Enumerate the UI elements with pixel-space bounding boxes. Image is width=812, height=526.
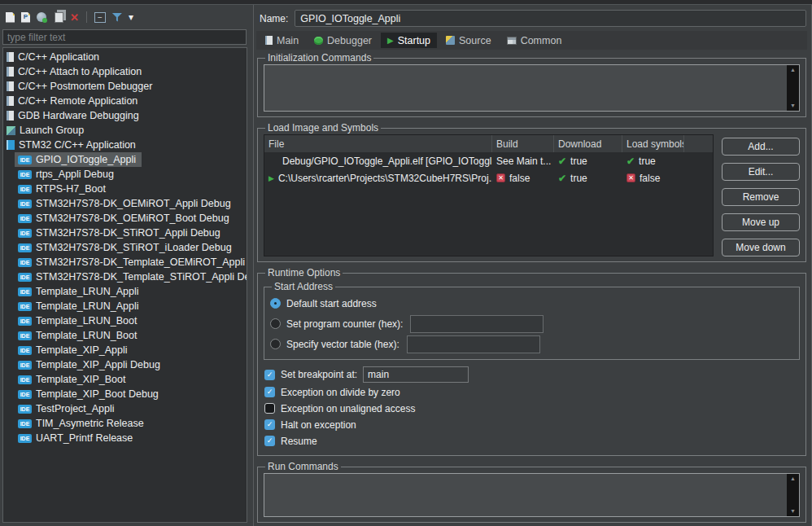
hex-value-input[interactable] — [410, 315, 544, 333]
tree-item[interactable]: IDESTM32H7S78-DK_OEMiROT_Boot Debug — [15, 211, 235, 226]
load-symbols-cell: ✕false — [622, 169, 684, 186]
filter-icon[interactable] — [112, 12, 122, 22]
tree-item[interactable]: IDESTM32H7S78-DK_Template_STiROT_Appli D… — [15, 270, 247, 284]
tab-source[interactable]: Source — [439, 33, 498, 48]
ide-icon: IDE — [18, 287, 32, 296]
tree-item-label: STM32H7S78-DK_STiROT_iLoader Debug — [36, 242, 232, 253]
scroll-down-icon[interactable]: ▼ — [790, 103, 796, 109]
load-symbols-cell: ✔true — [622, 152, 684, 169]
start-address-options: Default start addressSet program counter… — [270, 293, 793, 354]
tree-item[interactable]: IDETemplate_XIP_Appli Debug — [15, 357, 166, 372]
tree-item[interactable]: IDETestProject_Appli — [15, 401, 120, 416]
scroll-up-icon[interactable]: ▲ — [790, 67, 796, 73]
ide-icon: IDE — [18, 331, 32, 340]
table-row[interactable]: ▶C:\Users\rcarter\Projects\STM32CubeH7RS… — [264, 169, 713, 186]
export-launch-config-icon[interactable] — [37, 12, 46, 22]
scroll-up-icon[interactable]: ▲ — [790, 476, 796, 482]
tree-item[interactable]: IDESTM32H7S78-DK_STiROT_Appli Debug — [15, 226, 226, 240]
check-icon: ✔ — [558, 173, 566, 184]
tree-item[interactable]: IDETemplate_LRUN_Appli — [15, 284, 144, 299]
tree-item[interactable]: IDERTPS-H7_Boot — [15, 182, 111, 196]
tree-item[interactable]: IDEGPIO_IOToggle_Appli — [15, 152, 142, 167]
radio-button[interactable] — [270, 339, 281, 349]
checkbox-label: Exception on unaligned access — [281, 403, 415, 414]
tree-item[interactable]: IDEUART_Printf Release — [15, 431, 138, 445]
moveup-button[interactable]: Move up — [722, 213, 800, 231]
menu-caret-icon[interactable]: ▾ — [129, 11, 133, 23]
tree-item[interactable]: IDETemplate_LRUN_Boot — [15, 328, 142, 343]
column-header[interactable]: File — [264, 135, 492, 152]
collapse-all-icon[interactable]: − — [94, 12, 106, 23]
name-input[interactable] — [295, 10, 806, 27]
movedown-button[interactable]: Move down — [722, 239, 800, 256]
filter-input[interactable] — [2, 29, 247, 45]
checkbox[interactable]: ✓ — [264, 370, 275, 380]
column-header[interactable]: Download — [554, 135, 622, 152]
tab-debugger[interactable]: Debugger — [308, 33, 378, 48]
empty-cell — [684, 169, 692, 186]
tab-common[interactable]: Common — [500, 33, 569, 48]
tree-item[interactable]: IDETemplate_XIP_Boot Debug — [15, 387, 164, 401]
tree-item[interactable]: IDETemplate_XIP_Boot — [15, 372, 132, 387]
initialization-commands-textarea[interactable] — [264, 65, 787, 111]
checkbox[interactable] — [264, 403, 275, 414]
tree-item[interactable]: C/C++ Postmortem Debugger — [3, 79, 158, 94]
column-header-empty[interactable] — [684, 135, 713, 152]
tab-label: Source — [459, 35, 491, 46]
tree-item[interactable]: IDETemplate_LRUN_Boot — [15, 313, 142, 328]
vertical-scrollbar[interactable]: ▲ ▼ — [787, 65, 799, 111]
ide-icon: IDE — [18, 214, 32, 223]
tree-item[interactable]: C/C++ Application — [3, 50, 105, 64]
duplicate-icon[interactable] — [55, 12, 63, 23]
tree-item[interactable]: IDESTM32H7S78-DK_Template_OEMiROT_Appli … — [15, 255, 247, 270]
ide-icon: IDE — [18, 390, 32, 399]
vertical-scrollbar[interactable]: ▲ ▼ — [787, 474, 799, 516]
tree-item[interactable]: IDETemplate_XIP_Appli — [15, 343, 133, 357]
hex-value-input[interactable] — [407, 335, 540, 353]
build-cell: ✕false — [492, 169, 554, 186]
tab-main[interactable]: Main — [259, 33, 305, 48]
tree-item[interactable]: IDErtps_Appli Debug — [15, 167, 120, 182]
checkbox[interactable]: ✓ — [264, 436, 275, 446]
tree-item[interactable]: IDETemplate_LRUN_Appli — [15, 299, 144, 313]
run-commands-textarea[interactable] — [264, 474, 787, 516]
edit-button[interactable]: Edit... — [722, 163, 800, 181]
tree-item[interactable]: Launch Group — [3, 123, 89, 138]
new-prototype-icon[interactable]: P — [21, 12, 30, 23]
cfile-icon — [7, 52, 14, 62]
load-symbols-text: true — [639, 156, 656, 167]
tree-item[interactable]: IDESTM32H7S78-DK_STiROT_iLoader Debug — [15, 240, 238, 255]
config-detail-panel: Name: MainDebugger▶StartupSourceCommon I… — [253, 5, 812, 526]
table-row[interactable]: Debug/GPIO_IOToggle_Appli.elf [GPIO_IOTo… — [264, 152, 713, 169]
tree-item[interactable]: IDESTM32H7S78-DK_OEMiROT_Appli Debug — [15, 196, 237, 211]
column-header[interactable]: Build — [492, 135, 554, 152]
download-cell: ✔true — [554, 169, 622, 186]
remove-button[interactable]: Remove — [722, 188, 800, 206]
start-address-option: Default start address — [270, 293, 793, 313]
delete-icon[interactable]: ✕ — [70, 12, 79, 23]
startup-tab-icon: ▶ — [387, 37, 394, 45]
tree-item[interactable]: IDETIM_Asymetric Release — [15, 416, 150, 431]
start-address-option: Set program counter (hex): — [270, 313, 793, 334]
launch-config-sidebar: P✕−▾ C/C++ ApplicationC/C++ Attach to Ap… — [0, 5, 249, 526]
tree-item[interactable]: C/C++ Attach to Application — [3, 64, 147, 79]
empty-cell — [684, 152, 692, 169]
radio-button[interactable] — [270, 298, 281, 309]
tree-item[interactable]: STM32 C/C++ Application — [3, 138, 142, 152]
checkbox[interactable]: ✓ — [264, 419, 275, 430]
tree-item-label: C/C++ Attach to Application — [18, 66, 142, 77]
runtime-options-group: Runtime Options Start Address Default st… — [257, 267, 806, 456]
new-launch-config-icon[interactable] — [6, 12, 15, 23]
column-header[interactable]: Load symbols — [622, 135, 684, 152]
breakpoint-input[interactable] — [363, 366, 469, 383]
tab-startup[interactable]: ▶Startup — [381, 33, 437, 48]
tree-item-label: Template_LRUN_Appli — [36, 286, 138, 297]
tree-item[interactable]: C/C++ Remote Application — [3, 94, 143, 108]
add-button[interactable]: Add... — [722, 138, 800, 156]
tree-item-label: Template_XIP_Boot — [36, 374, 126, 385]
checkbox[interactable]: ✓ — [264, 387, 275, 397]
radio-button[interactable] — [270, 318, 281, 329]
scroll-down-icon[interactable]: ▼ — [790, 508, 796, 515]
tree-item-label: GDB Hardware Debugging — [18, 110, 139, 121]
tree-item[interactable]: GDB Hardware Debugging — [3, 108, 145, 123]
